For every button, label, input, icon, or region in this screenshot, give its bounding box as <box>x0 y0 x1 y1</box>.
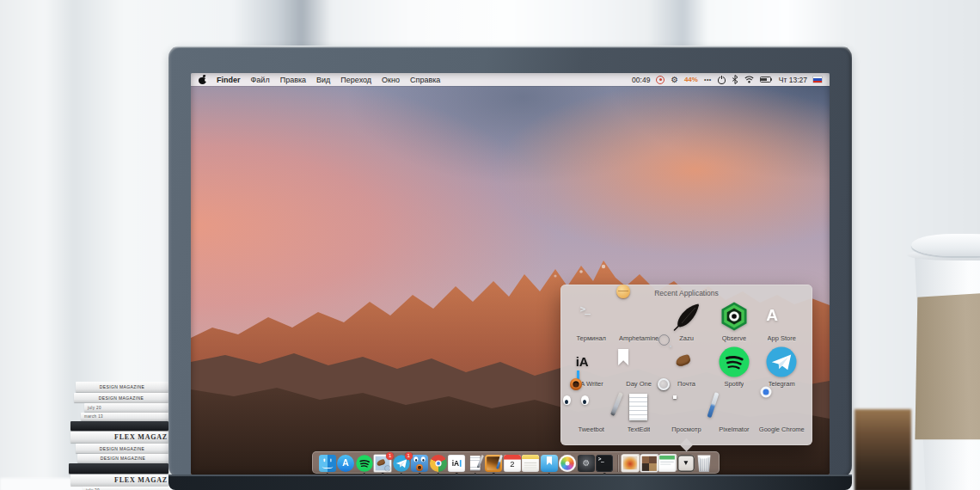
dock-item-mail[interactable]: 1 <box>374 455 391 472</box>
popup-app-label: Day One <box>626 380 652 388</box>
magazine-spine <box>69 463 168 474</box>
menu-item-5[interactable]: Окно <box>382 76 400 84</box>
dock-item-trash[interactable] <box>695 455 713 472</box>
timer-text[interactable]: 00:49 <box>632 76 650 84</box>
popup-app-preview[interactable]: Просмотр <box>663 392 710 433</box>
dock-item-dayone[interactable] <box>541 455 558 472</box>
dock-item-tweetbot[interactable] <box>411 455 428 472</box>
power-icon[interactable] <box>718 76 726 84</box>
popup-app-telegram[interactable]: Telegram <box>758 346 805 388</box>
popup-app-mail[interactable]: Почта <box>663 346 710 388</box>
menu-item-2[interactable]: Правка <box>280 76 306 84</box>
magazine-spine: DESIGN MAGAZINE <box>77 454 168 462</box>
calendar-icon: 2 <box>504 455 521 472</box>
popup-app-chrome[interactable]: Google Chrome <box>758 392 805 433</box>
russian-flag-icon[interactable] <box>813 77 822 83</box>
notes-icon <box>522 455 539 472</box>
dock-item-notes[interactable] <box>522 455 539 472</box>
more-dots-icon[interactable]: ••• <box>704 77 712 83</box>
recents-open-icon: ▼ <box>677 455 695 472</box>
dock-item-spotify[interactable] <box>356 455 373 472</box>
popup-app-icon-wrap <box>671 392 701 423</box>
dock-item-telegram[interactable]: 1 <box>393 455 410 472</box>
popup-app-label: iA Writer <box>579 380 603 388</box>
popup-app-icon-wrap <box>766 392 797 423</box>
dock-icon-wrap <box>430 455 447 472</box>
magazine-spine: july 20 <box>83 487 168 490</box>
popup-app-label: Tweetbot <box>578 426 603 433</box>
desk-surface-right <box>854 409 911 490</box>
dock-icon-wrap <box>541 455 558 472</box>
popup-app-terminal[interactable]: >_Терминал <box>567 301 615 342</box>
menu-item-1[interactable]: Файл <box>251 76 270 84</box>
wifi-icon[interactable] <box>744 76 754 83</box>
dock-item-sysprefs[interactable]: ⚙ <box>578 455 595 472</box>
dock-icon-wrap <box>319 455 336 472</box>
popup-app-icon-wrap <box>719 301 750 332</box>
dock-icon-wrap: A <box>337 455 354 472</box>
popup-app-appstore[interactable]: AApp Store <box>758 301 805 342</box>
appstore-icon: A <box>337 455 354 472</box>
dock-item-finder[interactable] <box>319 455 336 472</box>
popup-app-pixelmator[interactable]: Pixelmator <box>710 392 757 433</box>
coffee-cup <box>904 230 980 490</box>
finder-icon <box>319 455 336 472</box>
popup-app-dayone[interactable]: Day One <box>615 346 662 388</box>
popup-app-spotify[interactable]: Spotify <box>710 346 757 388</box>
dock-icon-wrap <box>658 455 676 472</box>
dock-item-calendar[interactable]: 2 <box>504 455 521 472</box>
popup-app-label: TextEdit <box>628 426 651 433</box>
popup-app-tweetbot[interactable]: Tweetbot <box>567 392 615 433</box>
dock-icon-wrap: iA <box>448 455 465 472</box>
popup-app-icon-wrap <box>576 392 607 423</box>
dock-item-iawriter[interactable]: iA <box>448 455 465 472</box>
menu-item-0[interactable]: Finder <box>217 76 241 84</box>
percent-text[interactable]: 44% <box>684 76 698 83</box>
photo-scene: DESIGN MAGAZINEDESIGN MAGAZINEjuly 20mar… <box>0 0 980 490</box>
dock-item-terminal[interactable]: >_ <box>596 455 613 472</box>
dock-item-pixelmator[interactable] <box>485 455 502 472</box>
popup-app-icon-wrap: >_ <box>576 301 607 332</box>
dock-icon-wrap: ⚙ <box>578 455 595 472</box>
datetime-text[interactable]: Чт 13:27 <box>779 76 807 84</box>
dock-item-photos[interactable] <box>559 455 576 472</box>
dock-item-stack-images[interactable] <box>622 455 639 472</box>
dock-item-stack-photos[interactable] <box>640 455 658 472</box>
recent-applications-popup: Recent Applications >_ТерминалAmphetamin… <box>560 285 812 445</box>
popup-app-label: Просмотр <box>671 426 701 433</box>
popup-app-label: Spotify <box>724 380 744 388</box>
dock-item-textedit[interactable] <box>467 455 484 472</box>
popup-app-textedit[interactable]: TextEdit <box>615 392 662 433</box>
telegram-icon <box>766 365 797 380</box>
dock-icon-wrap: 2 <box>504 455 521 472</box>
popup-app-icon-wrap <box>623 301 654 332</box>
popup-app-icon-wrap: A <box>766 301 797 332</box>
dock-item-recents-open[interactable]: ▼ <box>677 455 695 472</box>
timer-icon[interactable] <box>656 76 665 84</box>
dock-item-appstore[interactable]: A <box>337 455 354 472</box>
dock-icon-wrap <box>640 455 658 472</box>
menu-item-4[interactable]: Переход <box>340 76 371 84</box>
gear-icon[interactable]: ⚙ <box>671 76 678 84</box>
popup-app-qbserve[interactable]: Qbserve <box>710 301 757 342</box>
zazu-icon <box>671 320 701 334</box>
popup-app-icon-wrap <box>671 301 701 332</box>
popup-app-amphetamine[interactable]: Amphetamine <box>615 301 662 342</box>
cup-sleeve <box>909 291 980 444</box>
popup-app-label: Zazu <box>679 334 694 342</box>
apple-menu-icon[interactable] <box>199 75 206 84</box>
battery-icon[interactable] <box>760 77 771 83</box>
popup-app-icon-wrap <box>766 346 797 377</box>
popup-app-zazu[interactable]: Zazu <box>663 301 710 342</box>
popup-title: Recent Applications <box>560 285 812 297</box>
macos-desktop: FinderФайлПравкаВидПереходОкноСправка 00… <box>191 73 830 475</box>
bluetooth-icon[interactable] <box>732 75 738 84</box>
menu-item-3[interactable]: Вид <box>316 76 330 84</box>
iawriter-icon: iA <box>448 455 465 472</box>
menu-item-6[interactable]: Справка <box>410 76 440 84</box>
textedit-icon <box>467 455 484 472</box>
dock-item-stack-docs[interactable] <box>658 455 676 472</box>
magazine-stack: DESIGN MAGAZINEDESIGN MAGAZINEjuly 20mar… <box>67 382 168 490</box>
dock-item-chrome[interactable] <box>430 455 447 472</box>
macbook-base <box>168 475 852 490</box>
